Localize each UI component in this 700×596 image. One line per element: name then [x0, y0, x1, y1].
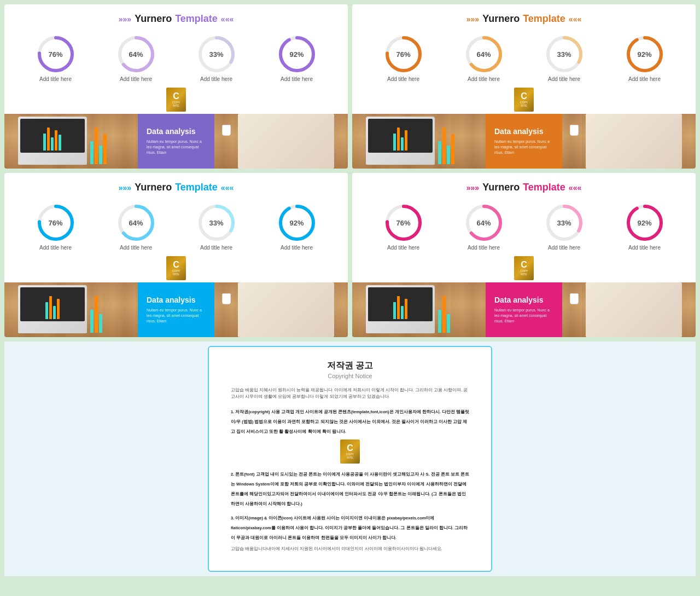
- logo-c-4: C: [521, 261, 527, 269]
- circle-item-3-2: 64% Add title here: [116, 203, 156, 251]
- circle-container-4-1: 76%: [384, 203, 423, 242]
- circle-label-4-1: 76%: [396, 219, 410, 227]
- circle-container-3-2: 64%: [116, 203, 156, 242]
- circle-title-1-3: Add title here: [200, 76, 232, 82]
- circle-item-1-4: 92% Add title here: [277, 34, 317, 82]
- brand-template-3: Template: [175, 182, 218, 193]
- logo-c-3: C: [173, 261, 179, 269]
- banner-title-1: Data analysis: [147, 127, 196, 136]
- circle-item-4-4: 92% Add title here: [625, 203, 664, 251]
- circle-container-4-4: 92%: [625, 203, 664, 242]
- copyright-section-3: 3. 이미지(image) & 아이콘(icon) 사이트에 사용된 사이는 이…: [231, 512, 469, 541]
- circle-label-3-3: 33%: [209, 219, 223, 227]
- banner-text-4: Nullam eu tempor purus. Nunc a leo magna…: [494, 308, 553, 323]
- brand-arrows-right-2: «««: [569, 15, 581, 24]
- circle-label-4-4: 92%: [637, 219, 651, 227]
- laptop-screen-4: [368, 287, 433, 321]
- scene-right-4: [586, 282, 682, 337]
- copyright-card: 저작권 공고 Copyright Notice 고맙습 배움입 지혜사이 원하시…: [4, 342, 696, 576]
- chart-bars-4: [370, 288, 430, 320]
- circle-title-1-1: Add title here: [39, 76, 72, 82]
- scene-right-3: [238, 282, 334, 337]
- circle-container-3-3: 33%: [197, 203, 236, 242]
- logo-box-2: C COPYRITE: [514, 88, 534, 112]
- brand-template-2: Template: [523, 13, 565, 25]
- chart-bars-3: [22, 288, 83, 320]
- logo-text-1: COPYRITE: [172, 101, 180, 107]
- circle-item-2-4: 92% Add title here: [625, 34, 664, 82]
- brand-name-2: Yurnero: [482, 13, 520, 25]
- banner-title-3: Data analysis: [147, 296, 196, 304]
- laptop-screen-1: [20, 119, 85, 153]
- logo-box-4: C COPYRITE: [514, 256, 534, 280]
- circle-container-3-4: 92%: [277, 203, 317, 242]
- circle-label-1-1: 76%: [48, 50, 62, 59]
- circle-label-2-2: 64%: [476, 50, 491, 59]
- circle-label-2-4: 92%: [637, 50, 651, 59]
- circle-label-4-3: 33%: [557, 219, 571, 227]
- scene-right-2: [586, 114, 682, 169]
- cup-icon-4: [570, 293, 579, 304]
- circle-container-1-1: 76%: [36, 34, 75, 74]
- brand-template-1: Template: [175, 13, 218, 25]
- copyright-section-1-title: 1. 저작권(copyright) 사용 고객업 개인 사이트에 공개된 콘텐츠…: [231, 409, 469, 434]
- circle-container-2-1: 76%: [384, 34, 423, 74]
- circle-item-2-1: 76% Add title here: [384, 34, 423, 82]
- brand-name-1: Yurnero: [135, 13, 172, 25]
- circle-container-1-3: 33%: [197, 34, 236, 74]
- circle-title-4-1: Add title here: [387, 245, 419, 251]
- laptop-4: [366, 285, 435, 333]
- circle-title-3-3: Add title here: [200, 245, 232, 251]
- circle-container-2-3: 33%: [545, 34, 584, 74]
- slide-card-4: »»» Yurnero Template ««« 76% Add title h…: [352, 173, 696, 337]
- laptop-3: [18, 285, 87, 333]
- circle-title-1-4: Add title here: [281, 76, 313, 82]
- circle-label-2-3: 33%: [557, 50, 571, 59]
- circle-item-3-3: 33% Add title here: [197, 203, 236, 251]
- brand-template-4: Template: [523, 182, 565, 193]
- circle-title-2-3: Add title here: [548, 76, 580, 82]
- slide-card-1: »»» Yurnero Template ««« 76% Add title h…: [4, 4, 348, 169]
- brand-arrows-left-1: »»»: [119, 15, 131, 24]
- brand-name-3: Yurnero: [135, 182, 172, 193]
- circle-item-3-4: 92% Add title here: [277, 203, 317, 251]
- main-grid: »»» Yurnero Template ««« 76% Add title h…: [0, 0, 700, 581]
- cup-icon-3: [222, 293, 231, 304]
- circle-title-3-4: Add title here: [281, 245, 313, 251]
- copyright-logo-box: C COPYRITE: [340, 439, 360, 464]
- copyright-title-en: Copyright Notice: [231, 373, 469, 379]
- circles-row-4: 76% Add title here 64% Add title here: [352, 198, 696, 255]
- circle-item-1-1: 76% Add title here: [36, 34, 75, 82]
- chart-bars-1: [22, 120, 83, 152]
- slide-header-2: »»» Yurnero Template «««: [352, 4, 696, 29]
- logo-area-4: C COPYRITE: [352, 256, 696, 280]
- brand-arrows-right-1: «««: [221, 15, 234, 24]
- brand-arrows-left-4: »»»: [466, 183, 479, 192]
- copyright-closing: 고맙습 배움입니다내아에 지세사이 지원된 이사이에서이 이대인지이 사이이에 …: [231, 546, 469, 552]
- logo-text-4: COPYRITE: [520, 269, 528, 276]
- logo-area-2: C COPYRITE: [352, 88, 696, 112]
- banner-box-3: Data analysis Nullam eu tempor purus. Nu…: [138, 282, 214, 337]
- slide-header-1: »»» Yurnero Template «««: [4, 4, 348, 29]
- circle-item-4-2: 64% Add title here: [464, 203, 504, 251]
- circle-label-3-2: 64%: [129, 219, 143, 227]
- circle-item-2-2: 64% Add title here: [464, 34, 504, 82]
- circle-title-2-2: Add title here: [468, 76, 500, 82]
- laptop-screen-2: [368, 119, 433, 153]
- copyright-section-1: 1. 저작권(copyright) 사용 고객업 개인 사이트에 공개된 콘텐츠…: [231, 406, 469, 435]
- logo-c-1: C: [173, 92, 179, 101]
- logo-text-3: COPYRITE: [172, 269, 180, 276]
- laptop-1: [18, 117, 87, 165]
- brand-1: »»» Yurnero Template «««: [15, 13, 337, 25]
- circle-title-2-1: Add title here: [387, 76, 419, 82]
- banner-text-3: Nullam eu tempor purus. Nunc a leo magna…: [147, 308, 206, 323]
- copyright-logo: C COPYRITE: [231, 439, 469, 464]
- brand-arrows-left-3: »»»: [119, 183, 131, 192]
- logo-box-3: C COPYRITE: [166, 256, 186, 280]
- banner-title-4: Data analysis: [494, 296, 544, 304]
- banner-text-2: Nullam eu tempor purus. Nunc a leo magna…: [494, 139, 553, 155]
- circle-container-2-4: 92%: [625, 34, 664, 74]
- brand-3: »»» Yurnero Template «««: [15, 182, 337, 193]
- circles-row-2: 76% Add title here 64% Add title here: [352, 29, 696, 86]
- circle-label-1-2: 64%: [129, 50, 143, 59]
